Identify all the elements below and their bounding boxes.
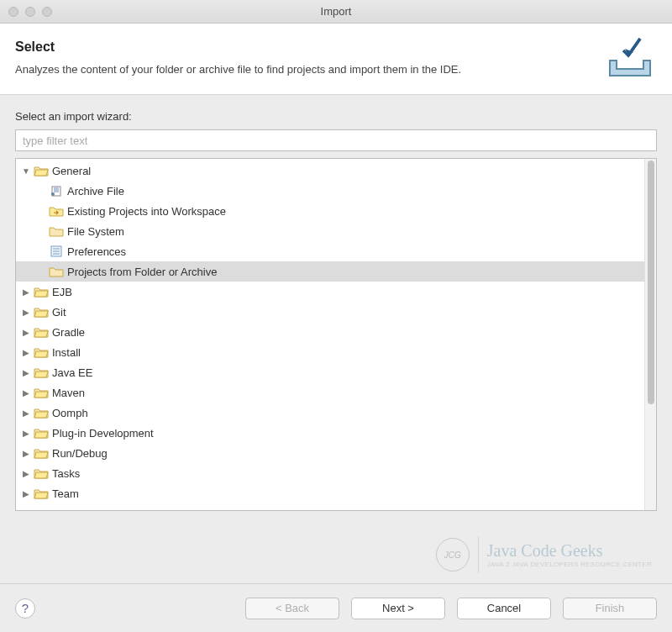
folder-icon bbox=[34, 466, 49, 480]
tree-item[interactable]: ▶Preferences bbox=[16, 241, 644, 261]
chevron-right-icon[interactable]: ▶ bbox=[21, 448, 31, 458]
tree-category-label: Oomph bbox=[52, 407, 88, 419]
folder-icon bbox=[34, 345, 49, 359]
chevron-right-icon[interactable]: ▶ bbox=[21, 307, 31, 317]
scrollbar-thumb[interactable] bbox=[648, 161, 654, 404]
archive-icon bbox=[49, 184, 64, 198]
back-button[interactable]: < Back bbox=[245, 598, 339, 619]
tree-item-label: Preferences bbox=[67, 245, 126, 258]
tree-category-label: Maven bbox=[52, 387, 85, 399]
folder-icon bbox=[34, 487, 49, 500]
tree-category[interactable]: ▶ Oomph bbox=[16, 403, 644, 423]
tree-category-label: Gradle bbox=[52, 326, 85, 339]
tree-category[interactable]: ▼ General bbox=[16, 161, 644, 181]
finish-button[interactable]: Finish bbox=[563, 598, 657, 619]
chevron-right-icon[interactable]: ▶ bbox=[21, 287, 31, 297]
folder-icon bbox=[34, 285, 49, 298]
wizard-tree-container: ▼ General▶Archive File▶Existing Projects… bbox=[15, 158, 657, 511]
tree-category-label: Team bbox=[52, 487, 79, 500]
chevron-right-icon[interactable]: ▶ bbox=[21, 488, 31, 498]
folder-icon bbox=[34, 325, 49, 339]
tree-item-label: Projects from Folder or Archive bbox=[67, 266, 217, 278]
tree-item-label: File System bbox=[67, 225, 124, 238]
titlebar: Import bbox=[0, 0, 672, 24]
folder-icon bbox=[34, 164, 49, 177]
minimize-window-button[interactable] bbox=[25, 7, 35, 17]
svg-point-2 bbox=[51, 192, 55, 196]
tree-category-label: General bbox=[52, 165, 91, 177]
chevron-right-icon[interactable]: ▶ bbox=[21, 367, 31, 377]
close-window-button[interactable] bbox=[8, 7, 18, 17]
chevron-right-icon[interactable]: ▶ bbox=[21, 387, 31, 398]
chevron-right-icon[interactable]: ▶ bbox=[21, 428, 31, 438]
tree-category[interactable]: ▶ Maven bbox=[16, 382, 644, 403]
watermark: JCG Java Code Geeks Java 2 Java Develope… bbox=[436, 536, 652, 573]
tree-item[interactable]: ▶ Projects from Folder or Archive bbox=[16, 261, 644, 282]
page-title: Select bbox=[15, 40, 593, 55]
folder-icon bbox=[34, 406, 49, 419]
import-icon bbox=[603, 35, 657, 79]
traffic-lights bbox=[0, 7, 52, 17]
tree-item-label: Existing Projects into Workspace bbox=[67, 205, 226, 218]
help-button[interactable]: ? bbox=[15, 598, 35, 619]
tree-item[interactable]: ▶Existing Projects into Workspace bbox=[16, 201, 644, 221]
folder-icon bbox=[49, 265, 64, 278]
zoom-window-button[interactable] bbox=[42, 7, 52, 17]
filter-input[interactable] bbox=[15, 129, 657, 151]
tree-category-label: Tasks bbox=[52, 467, 80, 480]
chevron-right-icon[interactable]: ▶ bbox=[21, 468, 31, 478]
tree-category-label: Plug-in Development bbox=[52, 427, 154, 440]
tree-category[interactable]: ▶ Tasks bbox=[16, 463, 644, 483]
wizard-tree[interactable]: ▼ General▶Archive File▶Existing Projects… bbox=[16, 159, 644, 510]
prefs-icon bbox=[49, 245, 64, 258]
watermark-subtitle: Java 2 Java Developers Resource Center bbox=[487, 561, 652, 568]
button-bar: ? < Back Next > Cancel Finish bbox=[0, 583, 672, 632]
tree-category[interactable]: ▶ Run/Debug bbox=[16, 443, 644, 463]
tree-category[interactable]: ▶ Git bbox=[16, 302, 644, 322]
cancel-button[interactable]: Cancel bbox=[457, 598, 551, 619]
folder-import-icon bbox=[49, 204, 64, 218]
watermark-badge: JCG bbox=[436, 538, 470, 571]
tree-category-label: Java EE bbox=[52, 366, 92, 379]
tree-item[interactable]: ▶Archive File bbox=[16, 181, 644, 201]
chevron-right-icon[interactable]: ▶ bbox=[21, 408, 31, 418]
chevron-right-icon[interactable]: ▶ bbox=[21, 347, 31, 357]
chevron-down-icon[interactable]: ▼ bbox=[21, 166, 31, 176]
tree-category-label: Run/Debug bbox=[52, 447, 108, 460]
wizard-header: Select Analyzes the content of your fold… bbox=[0, 24, 672, 95]
tree-category-label: Git bbox=[52, 306, 66, 319]
tree-category[interactable]: ▶ Team bbox=[16, 483, 644, 503]
folder-icon bbox=[34, 366, 49, 379]
next-button[interactable]: Next > bbox=[351, 598, 445, 619]
tree-category-label: Install bbox=[52, 346, 81, 359]
page-description: Analyzes the content of your folder or a… bbox=[15, 63, 593, 76]
tree-category[interactable]: ▶ Install bbox=[16, 342, 644, 362]
tree-category[interactable]: ▶ Plug-in Development bbox=[16, 423, 644, 443]
tree-category[interactable]: ▶ Java EE bbox=[16, 362, 644, 382]
tree-item-label: Archive File bbox=[67, 185, 124, 198]
tree-item[interactable]: ▶ File System bbox=[16, 221, 644, 241]
tree-category-label: EJB bbox=[52, 286, 72, 298]
window-title: Import bbox=[0, 5, 672, 18]
folder-icon bbox=[34, 426, 49, 440]
chevron-right-icon[interactable]: ▶ bbox=[21, 327, 31, 337]
folder-icon bbox=[34, 305, 49, 319]
wizard-content: Select an import wizard: ▼ General▶Archi… bbox=[0, 95, 672, 516]
watermark-title: Java Code Geeks bbox=[487, 541, 652, 561]
tree-category[interactable]: ▶ Gradle bbox=[16, 322, 644, 342]
wizard-select-label: Select an import wizard: bbox=[15, 110, 657, 123]
scrollbar[interactable] bbox=[644, 159, 656, 510]
folder-icon bbox=[49, 224, 64, 238]
folder-icon bbox=[34, 386, 49, 399]
folder-icon bbox=[34, 446, 49, 460]
tree-category[interactable]: ▶ EJB bbox=[16, 282, 644, 302]
